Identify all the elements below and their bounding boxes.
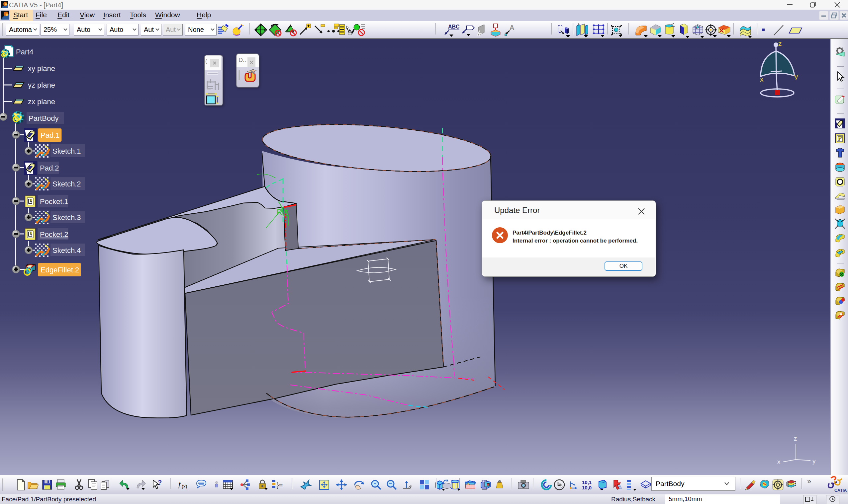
svg-text:Sketch.3: Sketch.3: [52, 213, 81, 222]
svg-text:y: y: [812, 457, 816, 465]
svg-text:z: z: [794, 435, 797, 442]
svg-text:EdgeFillet.2: EdgeFillet.2: [40, 266, 79, 274]
svg-text:ABC: ABC: [448, 24, 460, 30]
svg-text:z: z: [778, 41, 782, 47]
svg-text:Pocket.2: Pocket.2: [40, 230, 68, 238]
svg-text:CATIA: CATIA: [834, 488, 847, 493]
svg-text:y: y: [795, 73, 798, 80]
svg-text:Pocket.1: Pocket.1: [40, 197, 68, 206]
svg-text:Sketch.2: Sketch.2: [52, 180, 81, 188]
svg-text:R: R: [277, 208, 282, 217]
svg-text:10,0: 10,0: [582, 485, 592, 490]
svg-text:xy plane: xy plane: [28, 65, 55, 73]
svg-text:Pad.1: Pad.1: [40, 131, 60, 139]
svg-text:Sketch.4: Sketch.4: [52, 246, 81, 254]
svg-text:Pad.2: Pad.2: [40, 164, 59, 172]
svg-text:10,1: 10,1: [582, 480, 592, 485]
svg-text:Sketch.1: Sketch.1: [52, 147, 81, 155]
svg-text:}=: }=: [277, 482, 283, 489]
svg-text:A: A: [509, 24, 514, 31]
svg-text:x: x: [760, 75, 764, 83]
svg-text:x: x: [777, 458, 781, 465]
svg-text:Part4: Part4: [16, 48, 34, 56]
svg-text:?: ?: [158, 479, 162, 486]
svg-text:5: 5: [284, 209, 289, 218]
svg-text:PartBody: PartBody: [29, 114, 59, 122]
svg-text:f: f: [178, 480, 181, 488]
svg-text:zx plane: zx plane: [28, 97, 55, 106]
svg-text:(x): (x): [182, 484, 187, 489]
svg-text:yz plane: yz plane: [28, 81, 55, 89]
